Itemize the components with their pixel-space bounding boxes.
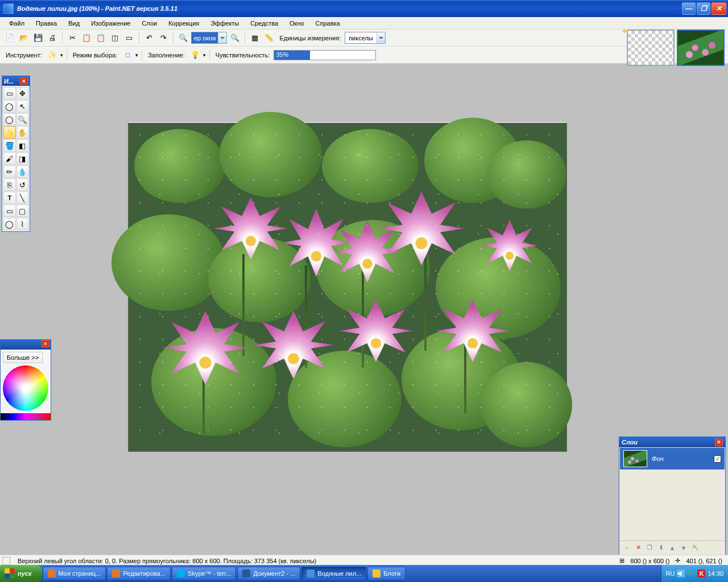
cut-button[interactable] — [66, 32, 78, 44]
tool-rounded-rect[interactable]: ▢ — [16, 205, 29, 217]
tool-ellipse-select[interactable]: ◯ — [3, 113, 16, 126]
separator — [245, 32, 245, 44]
tool-paint-bucket[interactable]: 🪣 — [3, 139, 16, 152]
open-button[interactable] — [18, 32, 30, 44]
canvas[interactable] — [128, 123, 567, 452]
close-icon[interactable]: ✕ — [715, 439, 723, 446]
chevron-down-icon[interactable] — [377, 32, 385, 43]
tool-magic-wand[interactable]: ✨ — [3, 126, 16, 139]
menu-layers[interactable]: Слои — [136, 18, 163, 28]
maximize-button[interactable]: ❐ — [697, 2, 710, 15]
zoom-out-button[interactable] — [177, 32, 189, 44]
properties-icon[interactable]: ⛏ — [690, 543, 700, 553]
menu-tools[interactable]: Средства — [245, 18, 284, 28]
menu-window[interactable]: Окно — [284, 18, 310, 28]
tools-palette[interactable]: И... ✕ ▭ ✥ ◯ ↖ ◯ 🔍 ✨ ✋ 🪣 ◧ 🖌 ◨ ✏ 💧 ⎘ ↺ T… — [2, 76, 30, 232]
layer-row[interactable]: Фон ✓ — [620, 448, 725, 469]
add-layer-icon[interactable]: ▫ — [622, 543, 632, 553]
colors-palette[interactable]: ✕ Больше >> — [0, 339, 51, 421]
tool-clone[interactable]: ⎘ — [3, 178, 16, 191]
tool-zoom[interactable]: 🔍 — [16, 113, 29, 126]
deselect-button[interactable] — [123, 32, 135, 44]
color-wheel[interactable] — [3, 365, 48, 411]
tool-brush[interactable]: 🖌 — [3, 152, 16, 165]
tool-pencil[interactable]: ✏ — [3, 165, 16, 178]
new-button[interactable] — [3, 32, 16, 44]
app-icon — [3, 3, 14, 14]
menu-effects[interactable]: Эффекты — [205, 18, 245, 28]
taskbar-item[interactable]: Блоги — [367, 567, 406, 580]
taskbar-item[interactable]: Редактирова... — [107, 567, 171, 580]
minimize-button[interactable]: — — [682, 2, 696, 15]
chevron-down-icon[interactable] — [218, 32, 226, 43]
crop-button[interactable] — [109, 32, 121, 44]
tools-title-bar[interactable]: И... ✕ — [2, 76, 30, 86]
tool-rect[interactable]: ▭ — [3, 205, 16, 217]
menu-file[interactable]: Файл — [3, 18, 30, 28]
thumbnail-1[interactable] — [627, 30, 675, 66]
delete-layer-icon[interactable]: ✕ — [633, 543, 643, 553]
menu-adjust[interactable]: Коррекция — [163, 18, 205, 28]
print-button[interactable] — [46, 32, 59, 44]
menu-edit[interactable]: Правка — [30, 18, 63, 28]
taskbar-item[interactable]: Моя страниц... — [43, 567, 106, 580]
tool-move-selection[interactable]: ✥ — [16, 87, 29, 99]
more-button[interactable]: Больше >> — [3, 352, 43, 363]
tool-line[interactable]: ╲ — [16, 192, 29, 204]
menu-image[interactable]: Изображение — [85, 18, 136, 28]
tool-ellipse[interactable]: ◯ — [3, 218, 16, 230]
move-up-icon[interactable]: ▲ — [667, 543, 677, 553]
layers-title: Слои — [622, 439, 638, 446]
grid-button[interactable] — [249, 32, 261, 44]
tool-options-toolbar: Инструмент: ▾ Режим выбора: ◻ ▾ Заполнен… — [0, 47, 728, 64]
taskbar-item[interactable]: Документ2 - ... — [237, 567, 300, 580]
color-strip[interactable] — [1, 413, 51, 420]
zoom-combo[interactable]: ер окна — [191, 32, 227, 44]
tool-text[interactable]: T — [3, 192, 16, 204]
language-indicator[interactable]: RU — [666, 570, 675, 577]
layers-palette[interactable]: Слои ✕ Фон ✓ ▫ ✕ ❐ ⬇ ▲ ▼ ⛏ — [619, 436, 726, 556]
colors-title-bar[interactable]: ✕ — [1, 340, 51, 350]
thumbnail-2[interactable] — [677, 30, 725, 66]
tray-icon[interactable]: ◀ — [677, 569, 685, 577]
tool-gradient[interactable]: ◧ — [16, 139, 29, 152]
paste-button[interactable] — [94, 32, 107, 44]
taskbar-item-active[interactable]: Водяные лил... — [301, 567, 366, 580]
sensitivity-slider[interactable]: 35% — [274, 50, 376, 60]
tool-pan[interactable]: ✋ — [16, 126, 29, 139]
layers-title-bar[interactable]: Слои ✕ — [619, 437, 725, 447]
ruler-button[interactable] — [263, 32, 275, 44]
redo-button[interactable] — [157, 32, 169, 44]
move-down-icon[interactable]: ▼ — [679, 543, 689, 553]
tool-recolor[interactable]: ↺ — [16, 178, 29, 191]
system-tray[interactable]: RU ◀ ✔ K 14:30 — [661, 565, 728, 582]
units-combo[interactable]: пикселы — [345, 32, 386, 44]
close-icon[interactable]: ✕ — [20, 77, 28, 85]
tool-eraser[interactable]: ◨ — [16, 152, 29, 165]
layer-visible-checkbox[interactable]: ✓ — [714, 455, 721, 463]
tool-rect-select[interactable]: ▭ — [3, 87, 16, 99]
current-tool-icon[interactable] — [46, 49, 59, 61]
tool-freeform[interactable]: ⌇ — [16, 218, 29, 230]
selection-mode-button[interactable]: ◻ — [121, 49, 134, 61]
undo-button[interactable] — [143, 32, 155, 44]
close-button[interactable]: ✕ — [712, 2, 726, 15]
tray-icon[interactable]: ✔ — [687, 569, 695, 577]
taskbar-item[interactable]: Skype™ - terr... — [172, 567, 236, 580]
mode-label: Режим выбора: — [71, 52, 119, 59]
start-button[interactable]: пуск — [0, 565, 42, 582]
menu-view[interactable]: Вид — [63, 18, 85, 28]
zoom-in-button[interactable] — [229, 32, 241, 44]
save-button[interactable] — [32, 32, 44, 44]
merge-down-icon[interactable]: ⬇ — [656, 543, 666, 553]
duplicate-layer-icon[interactable]: ❐ — [644, 543, 655, 553]
menu-help[interactable]: Справка — [310, 18, 346, 28]
clock[interactable]: 14:30 — [708, 570, 723, 577]
close-icon[interactable]: ✕ — [42, 340, 49, 347]
tool-lasso[interactable]: ◯ — [3, 100, 16, 113]
tray-icon[interactable]: K — [697, 569, 705, 577]
copy-button[interactable] — [80, 32, 93, 44]
flood-mode-button[interactable] — [189, 49, 201, 61]
tool-move[interactable]: ↖ — [16, 100, 29, 113]
tool-color-picker[interactable]: 💧 — [16, 165, 29, 178]
